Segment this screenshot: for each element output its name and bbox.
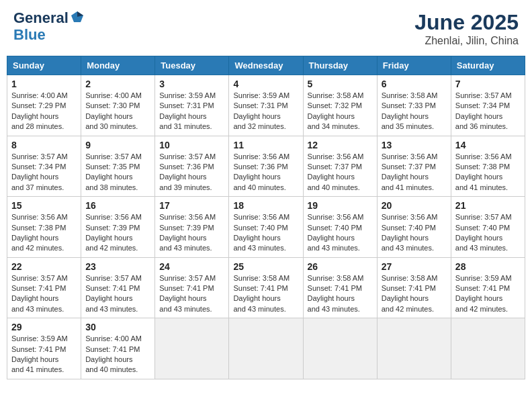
day-number: 13 [382, 140, 447, 150]
page-title: June 2025 [414, 10, 519, 35]
day-info: Sunrise: 3:56 AMSunset: 7:39 PMDaylight … [159, 212, 224, 254]
col-header-thursday: Thursday [303, 56, 377, 75]
day-info: Sunrise: 3:58 AMSunset: 7:41 PMDaylight … [233, 273, 298, 315]
day-number: 21 [455, 200, 521, 211]
day-number: 9 [85, 140, 150, 150]
day-cell-5: 5Sunrise: 3:58 AMSunset: 7:32 PMDaylight… [303, 75, 377, 136]
day-number: 17 [159, 200, 224, 211]
day-info: Sunrise: 3:56 AMSunset: 7:37 PMDaylight … [382, 152, 447, 193]
day-info: Sunrise: 3:58 AMSunset: 7:32 PMDaylight … [308, 91, 373, 132]
col-header-monday: Monday [81, 56, 155, 75]
logo: General Blue [13, 10, 85, 44]
day-info: Sunrise: 3:56 AMSunset: 7:36 PMDaylight … [233, 152, 298, 193]
day-cell-12: 12Sunrise: 3:56 AMSunset: 7:37 PMDayligh… [303, 136, 377, 197]
week-row-2: 8Sunrise: 3:57 AMSunset: 7:34 PMDaylight… [7, 136, 525, 197]
empty-cell [229, 318, 303, 379]
day-cell-25: 25Sunrise: 3:58 AMSunset: 7:41 PMDayligh… [229, 257, 303, 318]
day-number: 1 [11, 79, 77, 89]
day-cell-2: 2Sunrise: 4:00 AMSunset: 7:30 PMDaylight… [81, 75, 155, 136]
calendar-table: SundayMondayTuesdayWednesdayThursdayFrid… [7, 56, 525, 379]
day-info: Sunrise: 3:58 AMSunset: 7:41 PMDaylight … [308, 273, 373, 315]
day-cell-7: 7Sunrise: 3:57 AMSunset: 7:34 PMDaylight… [451, 75, 525, 136]
col-header-wednesday: Wednesday [229, 56, 303, 75]
day-info: Sunrise: 3:57 AMSunset: 7:40 PMDaylight … [455, 212, 521, 254]
day-info: Sunrise: 3:59 AMSunset: 7:41 PMDaylight … [11, 334, 77, 375]
day-info: Sunrise: 3:57 AMSunset: 7:41 PMDaylight … [11, 273, 77, 315]
col-header-saturday: Saturday [451, 56, 525, 75]
day-info: Sunrise: 3:57 AMSunset: 7:41 PMDaylight … [159, 273, 224, 315]
day-cell-27: 27Sunrise: 3:58 AMSunset: 7:41 PMDayligh… [377, 257, 451, 318]
day-cell-16: 16Sunrise: 3:56 AMSunset: 7:39 PMDayligh… [81, 197, 155, 258]
day-cell-17: 17Sunrise: 3:56 AMSunset: 7:39 PMDayligh… [155, 197, 229, 258]
day-info: Sunrise: 3:57 AMSunset: 7:34 PMDaylight … [455, 91, 521, 132]
day-number: 12 [308, 140, 373, 150]
week-row-3: 15Sunrise: 3:56 AMSunset: 7:38 PMDayligh… [7, 197, 525, 258]
week-row-4: 22Sunrise: 3:57 AMSunset: 7:41 PMDayligh… [7, 257, 525, 318]
day-number: 6 [382, 79, 447, 89]
day-number: 20 [382, 200, 447, 211]
day-cell-10: 10Sunrise: 3:57 AMSunset: 7:36 PMDayligh… [155, 136, 229, 197]
day-cell-21: 21Sunrise: 3:57 AMSunset: 7:40 PMDayligh… [451, 197, 525, 258]
day-number: 18 [233, 200, 298, 211]
day-cell-20: 20Sunrise: 3:56 AMSunset: 7:40 PMDayligh… [377, 197, 451, 258]
empty-cell [155, 318, 229, 379]
day-cell-1: 1Sunrise: 4:00 AMSunset: 7:29 PMDaylight… [7, 75, 81, 136]
day-number: 11 [233, 140, 298, 150]
day-number: 26 [308, 261, 373, 272]
day-number: 10 [159, 140, 224, 150]
logo-text-general: General [13, 10, 69, 26]
day-number: 8 [11, 140, 77, 150]
calendar-header-row: SundayMondayTuesdayWednesdayThursdayFrid… [7, 56, 525, 75]
day-cell-9: 9Sunrise: 3:57 AMSunset: 7:35 PMDaylight… [81, 136, 155, 197]
day-cell-4: 4Sunrise: 3:59 AMSunset: 7:31 PMDaylight… [229, 75, 303, 136]
day-info: Sunrise: 3:56 AMSunset: 7:39 PMDaylight … [85, 212, 150, 254]
empty-cell [303, 318, 377, 379]
day-info: Sunrise: 3:57 AMSunset: 7:36 PMDaylight … [159, 152, 224, 193]
day-cell-29: 29Sunrise: 3:59 AMSunset: 7:41 PMDayligh… [7, 318, 81, 379]
day-info: Sunrise: 3:56 AMSunset: 7:40 PMDaylight … [382, 212, 447, 254]
page-header: General Blue June 2025 Zhenlai, Jilin, C… [7, 7, 525, 50]
day-number: 5 [308, 79, 373, 89]
day-info: Sunrise: 4:00 AMSunset: 7:41 PMDaylight … [85, 334, 150, 375]
day-cell-19: 19Sunrise: 3:56 AMSunset: 7:40 PMDayligh… [303, 197, 377, 258]
day-cell-26: 26Sunrise: 3:58 AMSunset: 7:41 PMDayligh… [303, 257, 377, 318]
day-number: 7 [455, 79, 521, 89]
day-number: 14 [455, 140, 521, 150]
day-number: 24 [159, 261, 224, 272]
day-number: 3 [159, 79, 224, 89]
empty-cell [377, 318, 451, 379]
day-number: 19 [308, 200, 373, 211]
day-info: Sunrise: 3:56 AMSunset: 7:37 PMDaylight … [308, 152, 373, 193]
day-cell-22: 22Sunrise: 3:57 AMSunset: 7:41 PMDayligh… [7, 257, 81, 318]
day-info: Sunrise: 3:56 AMSunset: 7:40 PMDaylight … [308, 212, 373, 254]
day-cell-14: 14Sunrise: 3:56 AMSunset: 7:38 PMDayligh… [451, 136, 525, 197]
col-header-sunday: Sunday [7, 56, 81, 75]
day-info: Sunrise: 4:00 AMSunset: 7:30 PMDaylight … [85, 91, 150, 132]
empty-cell [451, 318, 525, 379]
day-number: 30 [85, 322, 150, 332]
day-info: Sunrise: 3:57 AMSunset: 7:35 PMDaylight … [85, 152, 150, 193]
day-cell-28: 28Sunrise: 3:59 AMSunset: 7:41 PMDayligh… [451, 257, 525, 318]
day-info: Sunrise: 3:56 AMSunset: 7:38 PMDaylight … [11, 212, 77, 254]
day-cell-6: 6Sunrise: 3:58 AMSunset: 7:33 PMDaylight… [377, 75, 451, 136]
day-number: 4 [233, 79, 298, 89]
logo-text-blue: Blue [13, 26, 85, 44]
col-header-friday: Friday [377, 56, 451, 75]
day-number: 23 [85, 261, 150, 272]
day-cell-11: 11Sunrise: 3:56 AMSunset: 7:36 PMDayligh… [229, 136, 303, 197]
day-cell-3: 3Sunrise: 3:59 AMSunset: 7:31 PMDaylight… [155, 75, 229, 136]
page-subtitle: Zhenlai, Jilin, China [414, 35, 519, 47]
day-cell-23: 23Sunrise: 3:57 AMSunset: 7:41 PMDayligh… [81, 257, 155, 318]
day-info: Sunrise: 3:57 AMSunset: 7:41 PMDaylight … [85, 273, 150, 315]
day-cell-13: 13Sunrise: 3:56 AMSunset: 7:37 PMDayligh… [377, 136, 451, 197]
day-info: Sunrise: 3:59 AMSunset: 7:41 PMDaylight … [455, 273, 521, 315]
day-info: Sunrise: 4:00 AMSunset: 7:29 PMDaylight … [11, 91, 77, 132]
day-info: Sunrise: 3:58 AMSunset: 7:41 PMDaylight … [382, 273, 447, 315]
day-info: Sunrise: 3:58 AMSunset: 7:33 PMDaylight … [382, 91, 447, 132]
day-number: 16 [85, 200, 150, 211]
day-number: 2 [85, 79, 150, 89]
day-number: 15 [11, 200, 77, 211]
day-cell-18: 18Sunrise: 3:56 AMSunset: 7:40 PMDayligh… [229, 197, 303, 258]
day-cell-24: 24Sunrise: 3:57 AMSunset: 7:41 PMDayligh… [155, 257, 229, 318]
day-cell-15: 15Sunrise: 3:56 AMSunset: 7:38 PMDayligh… [7, 197, 81, 258]
